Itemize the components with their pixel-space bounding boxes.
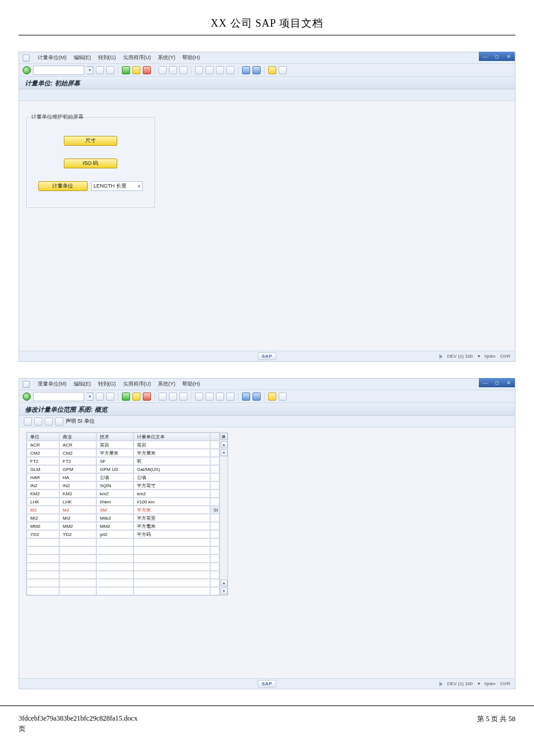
command-field[interactable]: [33, 392, 84, 401]
dimensions-button[interactable]: 尺寸: [64, 136, 117, 146]
table-cell[interactable]: YD2: [59, 530, 96, 538]
table-cell[interactable]: [59, 587, 96, 595]
table-cell[interactable]: HAR: [27, 473, 59, 481]
table-cell[interactable]: [210, 465, 219, 473]
menu-utilities[interactable]: 实用程序(U): [123, 54, 151, 62]
table-cell[interactable]: [210, 571, 219, 579]
table-scrollbar[interactable]: ▦ ▴ ▾ ▴ ▾: [220, 432, 228, 596]
table-cell[interactable]: 平方英寸: [134, 481, 210, 489]
table-cell[interactable]: LHK: [27, 498, 59, 506]
col-technical[interactable]: 技术: [96, 433, 134, 441]
table-cell[interactable]: M2: [27, 506, 59, 514]
print-icon[interactable]: [158, 393, 167, 401]
help-icon[interactable]: [268, 393, 276, 401]
maximize-icon[interactable]: ◻: [495, 380, 499, 386]
create-session-icon[interactable]: [242, 393, 250, 401]
layout-icon[interactable]: [279, 66, 287, 74]
scroll-down-icon[interactable]: ▾: [221, 449, 228, 456]
exit-icon[interactable]: [132, 393, 140, 401]
table-cell[interactable]: MM2: [59, 522, 96, 530]
back-icon[interactable]: [96, 66, 104, 74]
next-page-icon[interactable]: [216, 66, 224, 74]
table-cell[interactable]: IN2: [59, 481, 96, 489]
table-cell[interactable]: KM2: [27, 489, 59, 498]
table-row[interactable]: CM2CM2平方厘米平方厘米: [27, 449, 219, 457]
iso-codes-button[interactable]: ISO 码: [64, 159, 117, 168]
save-icon[interactable]: [106, 66, 114, 74]
table-cell[interactable]: [96, 546, 134, 555]
table-cell[interactable]: [27, 546, 59, 555]
table-cell[interactable]: ACR: [59, 441, 96, 449]
table-cell[interactable]: GPM: [59, 465, 96, 473]
table-cell[interactable]: [59, 546, 96, 555]
table-cell[interactable]: [210, 473, 219, 481]
scroll-down2-icon[interactable]: ▾: [221, 588, 228, 595]
command-dropdown-icon[interactable]: ▾: [86, 66, 93, 74]
table-cell[interactable]: [210, 441, 219, 449]
table-cell[interactable]: MI2: [59, 514, 96, 522]
units-button[interactable]: 计量单位: [38, 181, 88, 191]
menu-uom[interactable]: 计量单位(M): [38, 54, 67, 62]
table-cell[interactable]: 呎: [134, 457, 210, 465]
table-cell[interactable]: [210, 489, 219, 498]
menu-system[interactable]: 系统(Y): [158, 54, 175, 62]
col-si[interactable]: [210, 433, 219, 441]
col-commercial[interactable]: 商业: [59, 433, 96, 441]
new-entries-icon[interactable]: [34, 417, 42, 426]
exit-icon[interactable]: [132, 66, 140, 74]
back-icon[interactable]: [96, 393, 104, 401]
table-cell[interactable]: GPM US: [96, 465, 134, 473]
menu-edit[interactable]: 编辑(E): [74, 54, 91, 62]
table-cell[interactable]: [210, 538, 219, 546]
table-row[interactable]: YD2YD2yd2平方码: [27, 530, 219, 538]
dimension-select[interactable]: LENGTH 长度 ▾: [91, 181, 143, 191]
table-cell[interactable]: [27, 538, 59, 546]
delete-icon[interactable]: [55, 417, 63, 426]
print-icon[interactable]: [158, 66, 167, 74]
table-cell[interactable]: [210, 498, 219, 506]
last-page-icon[interactable]: [226, 393, 234, 401]
table-cell[interactable]: [210, 530, 219, 538]
close-icon[interactable]: ✕: [507, 54, 511, 59]
table-cell[interactable]: l/hkm: [96, 498, 134, 506]
table-cell[interactable]: LHK: [59, 498, 96, 506]
table-cell[interactable]: [59, 538, 96, 546]
table-cell[interactable]: KM2: [59, 489, 96, 498]
table-cell[interactable]: 平方米: [134, 506, 210, 514]
close-icon[interactable]: ✕: [507, 380, 511, 386]
table-cell[interactable]: YD2: [27, 530, 59, 538]
prev-page-icon[interactable]: [205, 393, 214, 401]
table-row[interactable]: [27, 563, 219, 571]
scroll-up-icon[interactable]: ▴: [221, 441, 228, 448]
table-cell[interactable]: [134, 563, 210, 571]
table-cell[interactable]: Gal/Mi(US): [134, 465, 210, 473]
table-row[interactable]: [27, 579, 219, 587]
table-row[interactable]: GLMGPMGPM USGal/Mi(US): [27, 465, 219, 473]
minimize-icon[interactable]: —: [483, 54, 488, 59]
table-row[interactable]: ACRACR英亩英亩: [27, 441, 219, 449]
enter-icon[interactable]: [23, 66, 31, 74]
table-cell[interactable]: SQIN: [96, 481, 134, 489]
table-cell[interactable]: [96, 579, 134, 587]
table-cell[interactable]: [59, 571, 96, 579]
menu-help[interactable]: 帮助(H): [182, 380, 200, 388]
table-row[interactable]: FT2FT2SF呎: [27, 457, 219, 465]
table-row[interactable]: MM2MM2MM2平方毫米: [27, 522, 219, 530]
maximize-icon[interactable]: ◻: [495, 54, 499, 59]
table-cell[interactable]: [210, 514, 219, 522]
table-cell[interactable]: km2: [134, 489, 210, 498]
table-cell[interactable]: ACR: [27, 441, 59, 449]
find-icon[interactable]: [169, 66, 177, 74]
copy-icon[interactable]: [45, 417, 53, 426]
table-cell[interactable]: [27, 587, 59, 595]
table-cell[interactable]: [134, 538, 210, 546]
table-cell[interactable]: 平方厘米: [96, 449, 134, 457]
table-row[interactable]: [27, 538, 219, 546]
menu-system[interactable]: 系统(Y): [158, 380, 175, 388]
menu-utilities[interactable]: 实用程序(U): [123, 380, 151, 388]
table-cell[interactable]: HA: [59, 473, 96, 481]
menu-edit[interactable]: 编辑(E): [74, 380, 91, 388]
table-config-icon[interactable]: ▦: [221, 433, 228, 440]
declare-si-label[interactable]: 声明 SI 单位: [66, 417, 95, 425]
col-unit[interactable]: 单位: [27, 433, 59, 441]
